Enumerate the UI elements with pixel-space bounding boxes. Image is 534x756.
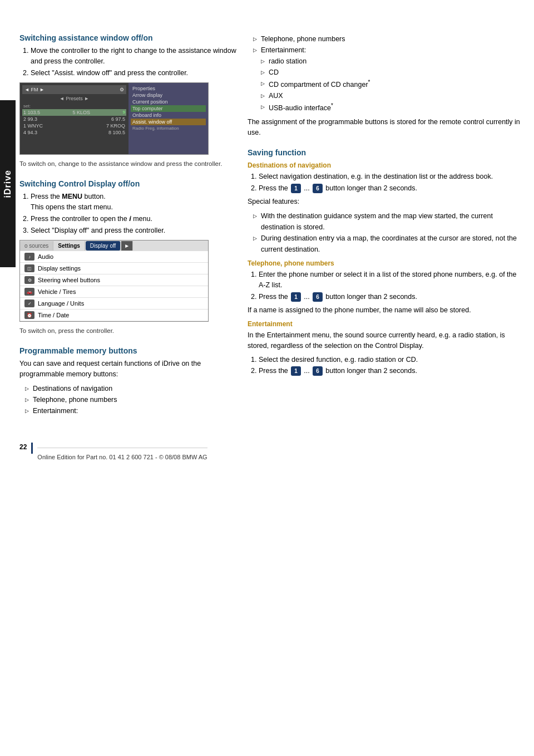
asterisk2: * — [331, 102, 333, 109]
btn-badge-1b: 1 — [291, 292, 301, 302]
radio-row-3: 1 WNYC7 KROQ — [22, 122, 126, 129]
bullet-radio: radio station — [253, 56, 523, 67]
bullet-telephone-right: Telephone, phone numbers — [253, 33, 523, 45]
page-container: iDrive Switching assistance window off/o… — [0, 0, 534, 756]
section2-steps: Press the MENU button.This opens the sta… — [19, 192, 236, 235]
main-columns: Switching assistance window off/on Move … — [19, 33, 523, 420]
section2-step1: Press the MENU button.This opens the sta… — [31, 192, 236, 213]
nav-step1: Select navigation destination, e.g. in t… — [259, 171, 523, 182]
section1-steps: Move the controller to the right to chan… — [19, 46, 236, 78]
display-settings-icon: ◫ — [24, 264, 34, 272]
menu-steering-wheel[interactable]: ⚙ Steering wheel buttons — [20, 274, 208, 286]
menu-properties: Properties — [131, 85, 206, 92]
section4-entertainment-text: In the Entertainment menu, the sound sou… — [248, 330, 523, 351]
language-units-label: Language / Units — [38, 300, 84, 307]
bullet-cd-changer: CD compartment of CD changer* — [253, 78, 523, 90]
right-column: Telephone, phone numbers Entertainment: … — [248, 33, 523, 420]
radio-presets: ◄ Presets ► — [22, 95, 126, 102]
tab-sources[interactable]: o sources — [20, 241, 53, 251]
section1-step2: Select "Assist. window off" and press th… — [31, 68, 236, 78]
tab-settings[interactable]: Settings — [53, 241, 85, 251]
steering-wheel-label: Steering wheel buttons — [38, 277, 100, 283]
section1-caption: To switch on, change to the assistance w… — [19, 159, 236, 168]
i-menu-label: i — [129, 215, 131, 223]
entertainment-step1: Select the desired function, e.g. radio … — [259, 355, 523, 365]
special-features-label: Special features: — [248, 197, 523, 207]
section2-caption: To switch on, press the controller. — [19, 326, 236, 335]
footer-text: Online Edition for Part no. 01 41 2 600 … — [37, 448, 207, 460]
menu-radio-info: Radio Freg. information — [131, 125, 206, 131]
menu-language-units[interactable]: ✓ Language / Units — [20, 298, 208, 310]
section3-intro: You can save and request certain functio… — [19, 359, 236, 380]
section1-title: Switching assistance window off/on — [19, 33, 236, 42]
radio-left-panel: ◄ FM ► ⚙ ◄ Presets ► set: 1 103.55 KLOS9… — [20, 83, 128, 154]
tab-display-off[interactable]: Display off — [86, 241, 121, 251]
menu-current-position: Current position — [131, 99, 206, 105]
page-number: 22 — [19, 443, 27, 451]
section3-title: Programmable memory buttons — [19, 346, 236, 355]
bullet-aux: AUX — [253, 90, 523, 101]
side-tab-label: iDrive — [3, 170, 13, 198]
section4-entertainment-steps: Select the desired function, e.g. radio … — [248, 355, 523, 377]
section4-nav-title: Destinations of navigation — [248, 161, 523, 169]
menu-assist-window-off: Assist. window off — [131, 119, 206, 125]
settings-tabs-bar: o sources Settings Display off ► — [20, 240, 208, 251]
nav-step2: Press the 1 ... 6 button longer than 2 s… — [259, 183, 523, 194]
bullet-telephone: Telephone, phone numbers — [25, 394, 236, 405]
footer-area: 22 Online Edition for Part no. 01 41 2 6… — [19, 436, 523, 460]
section1-step1: Move the controller to the right to chan… — [31, 46, 236, 67]
entertainment-step2: Press the 1 ... 6 button longer than 2 s… — [259, 366, 523, 376]
bullet-entertainment-right: Entertainment: — [253, 45, 523, 56]
section4-phone-steps: Enter the phone number or select it in a… — [248, 269, 523, 302]
content-area: Switching assistance window off/on Move … — [19, 22, 523, 460]
tab-arrow[interactable]: ► — [121, 241, 133, 251]
bullet-nav-dest: Destinations of navigation — [25, 383, 236, 394]
radio-row-1: 1 103.55 KLOS9 — [22, 109, 126, 116]
special-bullet-1: With the destination guidance system and… — [253, 210, 523, 233]
menu-time-date[interactable]: ⏰ Time / Date — [20, 310, 208, 321]
radio-screen: ◄ FM ► ⚙ ◄ Presets ► set: 1 103.55 KLOS9… — [19, 82, 209, 155]
section2-step3: Select "Display off" and press the contr… — [31, 225, 236, 236]
phone-step2: Press the 1 ... 6 button longer than 2 s… — [259, 292, 523, 302]
bullet-entertainment: Entertainment: — [25, 405, 236, 416]
radio-right-panel: Properties Arrow display Current positio… — [128, 83, 208, 154]
menu-arrow-display: Arrow display — [131, 92, 206, 99]
footer-divider — [31, 443, 33, 454]
menu-vehicle-tires[interactable]: 🚗 Vehicle / Tires — [20, 286, 208, 298]
side-tab: iDrive — [0, 100, 16, 267]
time-date-icon: ⏰ — [24, 311, 34, 319]
btn-badge-6: 6 — [313, 184, 323, 193]
radio-row-2: 2 99.36 97.5 — [22, 116, 126, 122]
audio-icon: ♪ — [24, 253, 34, 261]
audio-label: Audio — [38, 253, 53, 260]
btn-badge-1c: 1 — [291, 366, 301, 376]
btn-badge-6b: 6 — [313, 292, 323, 302]
asterisk1: * — [368, 79, 370, 85]
menu-onboard-info: Onboard info — [131, 112, 206, 119]
radio-settings-icon: ⚙ — [120, 87, 124, 92]
section2-title: Switching Control Display off/on — [19, 179, 236, 188]
btn-badge-6c: 6 — [313, 366, 323, 376]
left-column: Switching assistance window off/on Move … — [19, 33, 236, 420]
footer-left: 22 Online Edition for Part no. 01 41 2 6… — [19, 436, 523, 460]
bullet-usb: USB-audio interface* — [253, 101, 523, 114]
menu-audio[interactable]: ♪ Audio — [20, 251, 208, 263]
btn-badge-1: 1 — [291, 184, 301, 193]
section4-phone-title: Telephone, phone numbers — [248, 259, 523, 267]
vehicle-tires-icon: 🚗 — [24, 288, 34, 296]
special-bullet-2: During destination entry via a map, the … — [253, 233, 523, 255]
section4-nav-steps: Select navigation destination, e.g. in t… — [248, 171, 523, 194]
radio-set-label: set: — [22, 103, 126, 109]
menu-keyword: MENU — [62, 193, 82, 200]
display-settings-label: Display settings — [38, 265, 81, 272]
special-bullets: With the destination guidance system and… — [248, 210, 523, 255]
section3-note: The assignment of the programmable butto… — [248, 117, 523, 138]
menu-top-computer: Top computer — [131, 105, 206, 112]
right-bullet-list: Telephone, phone numbers Entertainment: … — [248, 33, 523, 114]
time-date-label: Time / Date — [38, 312, 69, 318]
radio-row-4: 4 94.38 100.5 — [22, 129, 126, 136]
menu-display-settings[interactable]: ◫ Display settings — [20, 263, 208, 274]
vehicle-tires-label: Vehicle / Tires — [38, 288, 76, 295]
settings-screen: o sources Settings Display off ► ♪ Audio… — [19, 240, 209, 322]
language-units-icon: ✓ — [24, 300, 34, 307]
